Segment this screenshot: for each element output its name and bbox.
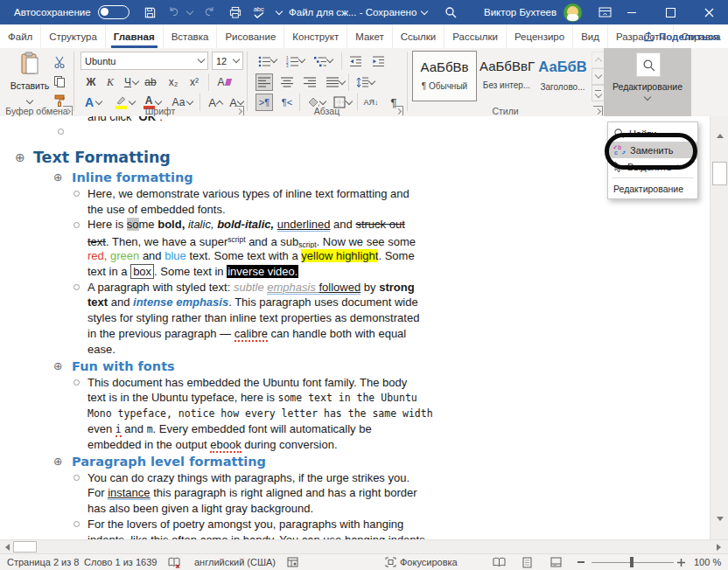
doc-line[interactable]: For the lovers of poetry amongst you, pa… bbox=[0, 517, 444, 532]
doc-line[interactable]: even i and m. Every embedded font will a… bbox=[0, 421, 444, 437]
scroll-up-button[interactable] bbox=[712, 129, 727, 142]
print-layout-button[interactable] bbox=[522, 554, 532, 570]
scroll-right-button[interactable] bbox=[710, 540, 726, 553]
ribbon-tab[interactable]: Файл bbox=[0, 24, 41, 48]
language-indicator[interactable]: английский (США) bbox=[194, 554, 276, 570]
doc-line[interactable]: styles for styling rather than inline te… bbox=[0, 310, 444, 326]
styles-scroll-down-button[interactable] bbox=[592, 68, 605, 85]
align-left-button[interactable] bbox=[256, 73, 273, 91]
proofing-icon[interactable] bbox=[168, 554, 180, 570]
document-title[interactable]: Файл для сж... - Сохранено bbox=[289, 7, 416, 17]
doc-line[interactable] bbox=[0, 125, 444, 139]
italic-button[interactable]: К bbox=[102, 73, 119, 91]
strikethrough-button[interactable]: ab bbox=[142, 73, 159, 91]
spell-check-icon[interactable]: abc bbox=[254, 6, 264, 18]
editing-group-button[interactable]: Редактирование bbox=[604, 48, 691, 116]
ribbon-tab[interactable]: Ссылки bbox=[393, 24, 445, 48]
doc-line[interactable]: Fun with fonts bbox=[0, 358, 444, 375]
maximize-button[interactable] bbox=[651, 0, 690, 24]
multilevel-list-button[interactable] bbox=[312, 52, 329, 70]
share-button[interactable]: Поделиться bbox=[643, 24, 719, 48]
align-right-button[interactable] bbox=[301, 73, 318, 91]
ribbon-tab[interactable]: Конструкт bbox=[284, 24, 347, 48]
doc-line[interactable]: ease. bbox=[0, 342, 444, 358]
styles-gallery-more-button[interactable] bbox=[592, 85, 605, 101]
horizontal-scroll-thumb[interactable] bbox=[13, 541, 37, 553]
change-case-dropdown-icon[interactable] bbox=[186, 98, 193, 105]
doc-line[interactable]: text. Then, we have a superscript and a … bbox=[0, 233, 444, 248]
subscript-button[interactable]: x₂ bbox=[164, 73, 182, 91]
macro-record-icon[interactable] bbox=[287, 554, 298, 570]
doc-line[interactable]: Here, we demonstrate various types of in… bbox=[0, 186, 444, 202]
search-icon[interactable] bbox=[444, 6, 457, 18]
paragraph-dialog-launcher[interactable] bbox=[394, 106, 403, 115]
ribbon-tab[interactable]: Рассылки bbox=[444, 24, 507, 48]
doc-line[interactable]: has also been given a light gray backgro… bbox=[0, 501, 444, 517]
page-indicator[interactable]: Страница 2 из 8 bbox=[7, 554, 79, 570]
align-center-button[interactable] bbox=[278, 73, 296, 91]
vertical-scrollbar[interactable] bbox=[710, 116, 728, 539]
ribbon-tab[interactable]: Структура bbox=[41, 24, 106, 48]
bullet-list-button[interactable] bbox=[256, 52, 273, 70]
doc-line[interactable]: the use of embedded fonts. bbox=[0, 202, 444, 218]
doc-line[interactable]: For instance this paragraph is right ali… bbox=[0, 485, 444, 501]
zoom-out-button[interactable] bbox=[578, 554, 584, 570]
scroll-left-button[interactable] bbox=[1, 540, 13, 553]
cut-button[interactable] bbox=[51, 53, 68, 71]
focus-mode-button[interactable]: Фокусировка bbox=[385, 554, 458, 570]
close-button[interactable] bbox=[690, 0, 728, 24]
decrease-indent-button[interactable] bbox=[346, 52, 364, 70]
autosave-toggle[interactable] bbox=[98, 5, 130, 19]
avatar[interactable] bbox=[564, 3, 582, 22]
doc-line[interactable]: You can do crazy things with paragraphs,… bbox=[0, 470, 444, 486]
style-card-heading1[interactable]: АаБбВ Заголово... bbox=[536, 51, 589, 101]
doc-line[interactable]: text is in the Ubuntu typeface, here is … bbox=[0, 390, 444, 406]
scroll-down-button[interactable] bbox=[712, 511, 727, 525]
saved-status-dropdown-icon[interactable] bbox=[421, 7, 428, 14]
ribbon-tab[interactable]: Вид bbox=[573, 24, 608, 48]
doc-line[interactable]: Mono typeface, notice how every letter h… bbox=[0, 406, 444, 421]
quick-print-icon[interactable] bbox=[228, 6, 242, 19]
quick-access-more-icon[interactable] bbox=[276, 7, 283, 14]
styles-dialog-launcher[interactable] bbox=[593, 106, 603, 115]
numbered-list-button[interactable]: 123 bbox=[284, 52, 301, 70]
zoom-level[interactable]: 100 % bbox=[694, 554, 721, 570]
doc-line[interactable]: Here is some bold, italic, bold-italic, … bbox=[0, 217, 444, 233]
ribbon-tab[interactable]: Рисование bbox=[217, 24, 284, 48]
doc-line[interactable]: and click “OK”. bbox=[0, 116, 444, 125]
font-dialog-launcher[interactable] bbox=[234, 106, 244, 115]
clipboard-dialog-launcher[interactable] bbox=[63, 106, 73, 115]
bold-button[interactable]: Ж bbox=[82, 73, 100, 91]
doc-line[interactable]: Text Formatting bbox=[0, 146, 444, 169]
vertical-scroll-thumb[interactable] bbox=[712, 162, 727, 185]
document-area[interactable]: and click “OK”.Text FormattingInline for… bbox=[0, 116, 710, 539]
user-name[interactable]: Виктор Бухтеев bbox=[484, 7, 556, 17]
doc-line[interactable]: indents, like this often come in handy. … bbox=[0, 532, 444, 539]
doc-line[interactable]: embedded in the output ebook during conv… bbox=[0, 437, 444, 453]
redo-icon[interactable] bbox=[203, 6, 216, 18]
styles-scroll-up-button[interactable] bbox=[592, 52, 605, 68]
zoom-slider[interactable] bbox=[592, 554, 674, 570]
doc-line[interactable]: Paragraph level formatting bbox=[0, 453, 444, 470]
doc-line[interactable]: A paragraph with styled text: subtle emp… bbox=[0, 280, 444, 295]
doc-line[interactable]: text and intense emphasis. This paragrap… bbox=[0, 295, 444, 310]
ribbon-tab[interactable]: Главная bbox=[106, 24, 164, 48]
style-card-normal[interactable]: АаБбВв ¶ Обычный bbox=[412, 51, 477, 101]
zoom-slider-thumb[interactable] bbox=[630, 557, 634, 567]
clear-formatting-button[interactable]: А bbox=[215, 73, 233, 91]
font-size-combo[interactable]: 12 bbox=[212, 52, 243, 70]
doc-line[interactable]: Inline formatting bbox=[0, 169, 444, 186]
increase-indent-button[interactable] bbox=[369, 52, 387, 70]
undo-icon[interactable] bbox=[167, 6, 180, 18]
doc-line[interactable]: red, green and blue text. Some text with… bbox=[0, 248, 444, 264]
save-icon[interactable] bbox=[144, 6, 157, 19]
ribbon-display-options-icon[interactable] bbox=[598, 7, 612, 17]
highlight-dropdown-icon[interactable] bbox=[129, 98, 136, 105]
word-count[interactable]: Слово 1 из 1639 bbox=[84, 554, 157, 570]
copy-button[interactable] bbox=[51, 73, 68, 90]
undo-dropdown-icon[interactable] bbox=[186, 7, 192, 14]
doc-line[interactable]: in the previous paragraph — calibre can … bbox=[0, 326, 444, 342]
ribbon-tab[interactable]: Рецензиро bbox=[507, 24, 573, 48]
style-card-no-spacing[interactable]: АаБбВвГ Без интер... bbox=[480, 51, 534, 101]
font-name-combo[interactable]: Ubuntu bbox=[80, 52, 208, 70]
